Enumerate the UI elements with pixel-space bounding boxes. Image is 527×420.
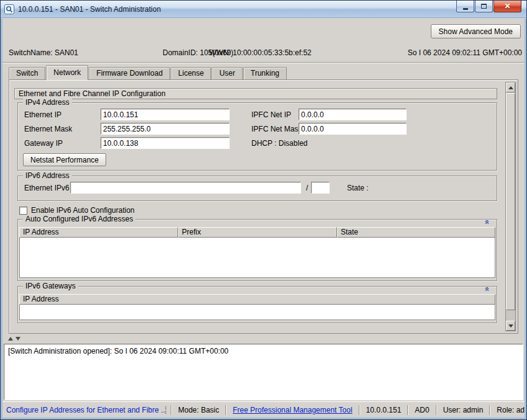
gateway-ip-label: Gateway IP: [24, 139, 63, 148]
status-mode: Mode: Basic: [173, 406, 225, 414]
ethernet-ipv6-input[interactable]: [70, 182, 301, 194]
show-advanced-mode-button[interactable]: Show Advanced Mode: [431, 24, 521, 38]
window-controls: ✕: [456, 1, 521, 12]
info-bar: SwitchName: SAN01 DomainID: 105(0x69) WW…: [2, 46, 525, 60]
tab-license[interactable]: License: [171, 67, 211, 79]
column-header-gateway-ip[interactable]: IP Address: [19, 294, 495, 305]
enable-ipv6-auto-config-label: Enable IPv6 Auto Configuration: [31, 206, 135, 215]
vertical-scrollbar[interactable]: [505, 82, 516, 331]
status-ad: AD0: [409, 406, 435, 414]
splitter-collapse-down-button[interactable]: [15, 336, 21, 341]
ipv4-legend: IPv4 Address: [23, 98, 72, 107]
window-body: Show Advanced Mode SwitchName: SAN01 Dom…: [1, 19, 526, 419]
column-header-state[interactable]: State: [337, 227, 495, 238]
auto-configured-ipv6-group: Auto Configured IPv6 Addresses » IP Addr…: [17, 219, 497, 281]
splitter-collapse-up-button[interactable]: [7, 336, 14, 341]
arrow-up-icon: [508, 86, 513, 89]
network-tab-panel: Ethernet and Fibre Channel IP Configurat…: [9, 79, 518, 334]
column-header-ip-address[interactable]: IP Address: [19, 227, 178, 238]
auto-configured-table-body: [19, 238, 495, 278]
ethernet-ipv6-label: Ethernet IPv6: [24, 184, 70, 193]
ipfc-net-mask-label: IPFC Net Mask: [251, 125, 302, 134]
auto-configured-table-header: IP Address Prefix State: [19, 227, 495, 238]
status-role: Role: admin: [491, 406, 525, 414]
management-tool-link[interactable]: Free Professional Management Tool: [227, 406, 358, 414]
close-icon: ✕: [504, 1, 510, 12]
log-entry: [Switch Administration opened]: So I 06 …: [8, 347, 519, 355]
maximize-icon: [481, 4, 487, 9]
maximize-button[interactable]: [475, 1, 493, 12]
split-pane-divider[interactable]: [4, 335, 523, 342]
ipv6-gateways-legend: IPv6 Gateways: [23, 282, 78, 291]
status-divider: [171, 405, 172, 415]
arrow-down-icon: [508, 324, 513, 328]
ipv6-state-label: State :: [347, 184, 369, 193]
gateways-table: IP Address: [19, 294, 495, 320]
ipv6-address-group: IPv6 Address Ethernet IPv6 / State :: [17, 176, 497, 201]
status-bar: Configure IP Addresses for Ethernet and …: [2, 401, 525, 418]
gateways-table-header: IP Address: [19, 294, 495, 305]
collapse-auto-configured-icon[interactable]: »: [484, 216, 493, 225]
tab-network[interactable]: Network: [46, 65, 88, 80]
column-header-prefix[interactable]: Prefix: [178, 227, 337, 238]
ipv4-address-group: IPv4 Address Ethernet IP Ethernet Mask G…: [17, 102, 497, 171]
ipfc-net-mask-input[interactable]: [299, 123, 407, 135]
ethernet-mask-input[interactable]: [101, 123, 230, 135]
status-description: Configure IP Addresses for Ethernet and …: [2, 406, 165, 414]
gateway-ip-input[interactable]: [101, 137, 230, 149]
scroll-down-button[interactable]: [506, 321, 515, 331]
auto-configured-legend: Auto Configured IPv6 Addresses: [23, 215, 135, 224]
tab-switch[interactable]: Switch: [9, 67, 45, 79]
scroll-up-button[interactable]: [506, 83, 515, 92]
minimize-button[interactable]: [456, 1, 474, 12]
timestamp-label: So I 06 2024 09:02:11 GMT+00:00: [408, 46, 522, 60]
minimize-icon: [463, 8, 468, 10]
window-title: 10.0.0.151 - SAN01 - Switch Administrati…: [18, 5, 161, 14]
tab-bar: Switch Network Firmware Download License…: [9, 65, 287, 80]
statusbar-grip[interactable]: [165, 406, 169, 414]
tab-trunking[interactable]: Trunking: [243, 67, 287, 79]
tab-firmware-download[interactable]: Firmware Download: [89, 67, 170, 79]
wwn-label: WWN: 10:00:00:05:33:5b:ef:52: [209, 46, 312, 60]
ethernet-ip-input[interactable]: [101, 109, 230, 120]
ethernet-ip-label: Ethernet IP: [24, 110, 61, 120]
tab-user[interactable]: User: [212, 67, 242, 79]
status-divider: [489, 405, 490, 415]
titlebar[interactable]: 10.0.0.151 - SAN01 - Switch Administrati…: [1, 1, 526, 18]
splitter-up-icon: [8, 337, 13, 341]
status-ip: 10.0.0.151: [361, 406, 407, 414]
status-user: User: admin: [438, 406, 489, 414]
ipv6-auto-config-row: Enable IPv6 Auto Configuration: [19, 205, 135, 215]
switch-name-label: SwitchName: SAN01: [9, 46, 78, 60]
ipfc-net-ip-label: IPFC Net IP: [251, 110, 291, 120]
application-window: 10.0.0.151 - SAN01 - Switch Administrati…: [0, 0, 527, 420]
collapse-gateways-icon[interactable]: »: [484, 283, 493, 292]
ipfc-net-ip-input[interactable]: [299, 109, 407, 120]
app-icon: [4, 4, 14, 14]
ipv6-prefix-input[interactable]: [311, 182, 330, 194]
prefix-separator: /: [306, 184, 308, 193]
status-divider: [407, 405, 408, 415]
scrollbar-thumb[interactable]: [506, 93, 515, 310]
ipv6-gateways-group: IPv6 Gateways » IP Address: [17, 286, 497, 323]
event-log-panel[interactable]: [Switch Administration opened]: So I 06 …: [4, 344, 523, 400]
auto-configured-table: IP Address Prefix State: [19, 227, 495, 278]
ipv6-legend: IPv6 Address: [23, 171, 72, 181]
gateways-table-body: [19, 305, 495, 320]
splitter-down-icon: [16, 337, 20, 341]
section-title: Ethernet and Fibre Channel IP Configurat…: [14, 88, 497, 99]
close-button[interactable]: ✕: [493, 1, 521, 12]
enable-ipv6-auto-config-checkbox[interactable]: [19, 207, 27, 215]
status-divider: [359, 405, 360, 415]
ethernet-mask-label: Ethernet Mask: [24, 125, 72, 134]
netstat-performance-button[interactable]: Netstat Performance: [23, 153, 106, 166]
separator-line: [2, 62, 525, 63]
status-divider: [436, 405, 437, 415]
status-divider: [225, 405, 227, 415]
dhcp-status-label: DHCP : Disabled: [251, 139, 307, 148]
